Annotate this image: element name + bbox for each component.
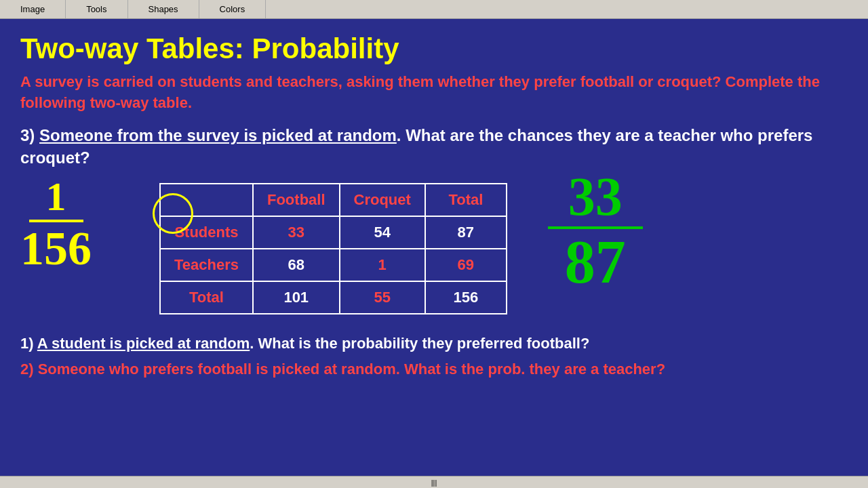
- main-content: Two-way Tables: Probability A survey is …: [0, 19, 868, 392]
- frac-right-denominator: 87: [565, 232, 626, 293]
- fraction-left: 1 156: [20, 176, 92, 272]
- fraction-right: 33 87: [548, 169, 643, 293]
- frac-left-denominator: 156: [20, 225, 92, 272]
- question1: 1) A student is picked at random. What i…: [20, 335, 848, 352]
- q3-underlined: Someone from the survey is picked at ran…: [39, 126, 397, 144]
- table-header-football: Football: [253, 184, 340, 216]
- table-students-croquet: 54: [340, 216, 425, 249]
- menu-item-tools[interactable]: Tools: [66, 0, 127, 18]
- table-label-teachers: Teachers: [160, 249, 253, 281]
- table-header-croquet: Croquet: [340, 184, 425, 216]
- table-teachers-football: 68: [253, 249, 340, 281]
- menu-item-image[interactable]: Image: [0, 0, 66, 18]
- table-teachers-total: 69: [425, 249, 507, 281]
- table-label-total: Total: [160, 281, 253, 314]
- table-total-football: 101: [253, 281, 340, 314]
- table-row-teachers: Teachers 68 1 69: [160, 249, 507, 281]
- q1-suffix: . What is the probability they preferred…: [250, 335, 589, 352]
- menu-bar: Image Tools Shapes Colors: [0, 0, 868, 19]
- table-header-row: Football Croquet Total: [160, 184, 507, 216]
- two-way-table: Football Croquet Total Students 33 54 87…: [159, 183, 507, 314]
- frac-left-numerator: 1: [46, 176, 66, 217]
- status-bar-text: |||: [431, 479, 437, 487]
- table-total-croquet: 55: [340, 281, 425, 314]
- frac-right-numerator: 33: [568, 169, 623, 224]
- table-teachers-croquet: 1: [340, 249, 425, 281]
- table-header-total: Total: [425, 184, 507, 216]
- status-bar: |||: [0, 476, 868, 488]
- page-title: Two-way Tables: Probability: [20, 33, 848, 65]
- table-students-football: 33: [253, 216, 340, 249]
- q1-prefix: 1): [20, 335, 37, 352]
- q3-prefix: 3): [20, 126, 39, 144]
- q1-underlined: A student is picked at random: [37, 335, 250, 352]
- table-total-total: 156: [425, 281, 507, 314]
- bottom-questions: 1) A student is picked at random. What i…: [20, 335, 848, 378]
- description-text: A survey is carried on students and teac…: [20, 72, 848, 114]
- menu-item-shapes[interactable]: Shapes: [128, 0, 199, 18]
- menu-item-colors[interactable]: Colors: [199, 0, 267, 18]
- question2: 2) Someone who prefers football is picke…: [20, 361, 848, 378]
- table-row-total: Total 101 55 156: [160, 281, 507, 314]
- circle-cursor-indicator: [153, 193, 193, 234]
- table-students-total: 87: [425, 216, 507, 249]
- table-area: 1 156 Football Croquet Total Students 33…: [20, 183, 848, 314]
- question3: 3) Someone from the survey is picked at …: [20, 124, 848, 169]
- table-row-students: Students 33 54 87: [160, 216, 507, 249]
